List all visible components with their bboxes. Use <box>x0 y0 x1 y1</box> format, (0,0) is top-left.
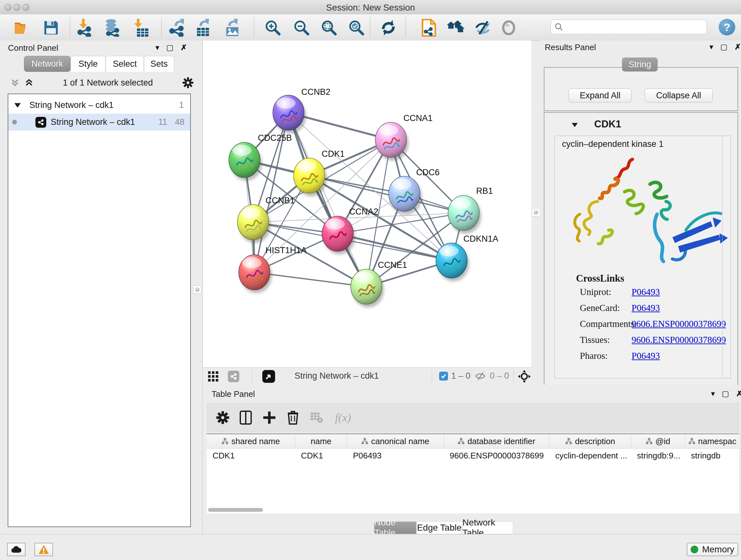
delete-column-trash-icon[interactable] <box>284 409 301 426</box>
cloud-status-button[interactable] <box>7 543 25 556</box>
results-panel-title: Results Panel <box>545 43 596 52</box>
crosslink-label: Uniprot: <box>580 287 631 297</box>
grid-view-icon[interactable] <box>208 371 218 381</box>
network-node-label: CDK1 <box>322 149 345 159</box>
float-panel-icon[interactable]: ▢ <box>722 390 729 397</box>
table-cell[interactable]: CDK1 <box>295 451 347 461</box>
export-image-icon[interactable] <box>223 19 241 37</box>
table-cell[interactable]: stringdb <box>685 451 739 461</box>
show-columns-icon[interactable] <box>237 409 254 426</box>
export-network-icon[interactable] <box>169 19 186 37</box>
create-column-icon[interactable] <box>261 409 278 426</box>
network-tree-header: 1 of 1 Network selected <box>0 73 202 92</box>
column-header[interactable]: name <box>295 434 347 448</box>
collapse-all-networks-icon[interactable] <box>25 78 33 87</box>
float-panel-icon[interactable]: ▢ <box>166 44 174 51</box>
panel-menu-icon[interactable]: ▾ <box>710 43 713 51</box>
crosslink-value-link[interactable]: P06493 <box>631 287 660 297</box>
help-button[interactable]: ? <box>719 19 735 36</box>
network-overview-icon[interactable] <box>228 371 239 382</box>
results-tab-string[interactable]: String <box>622 57 658 71</box>
panel-menu-icon[interactable]: ▾ <box>155 44 159 51</box>
memory-button[interactable]: Memory <box>687 543 738 556</box>
network-edge[interactable] <box>288 113 366 287</box>
tab-network-table[interactable]: Network Table <box>462 521 513 534</box>
collection-expander-icon[interactable] <box>14 103 21 108</box>
search-input[interactable] <box>563 22 703 32</box>
node-table[interactable]: shared namenamecanonical namedatabase id… <box>207 434 739 513</box>
toolbar-separator <box>405 17 406 37</box>
column-header-label: @id <box>656 436 670 446</box>
import-table-icon[interactable] <box>132 19 150 37</box>
close-panel-icon[interactable]: ✗ <box>736 390 741 397</box>
panel-menu-icon[interactable]: ▾ <box>711 390 715 397</box>
tab-edge-table[interactable]: Edge Table <box>416 521 462 534</box>
column-header[interactable]: @id <box>631 434 685 448</box>
table-horizontal-scrollbar[interactable] <box>207 508 738 512</box>
hidden-eye-slash-icon[interactable] <box>475 371 486 381</box>
tab-select[interactable]: Select <box>106 56 144 72</box>
expand-all-networks-icon[interactable] <box>11 78 19 87</box>
network-canvas[interactable]: CCNB2CCNA1CDC25BCDK1CDC6RB1CCNB1CCNA2CDK… <box>203 41 531 367</box>
table-cell[interactable]: P06493 <box>347 451 444 461</box>
float-panel-icon[interactable]: ▢ <box>720 43 728 51</box>
column-header[interactable]: database identifier <box>444 434 549 448</box>
save-session-icon[interactable] <box>42 19 60 37</box>
zoom-in-icon[interactable] <box>264 19 282 37</box>
search-box[interactable] <box>550 19 707 34</box>
table-row[interactable]: CDK1CDK1P064939606.ENSP00000378699cyclin… <box>207 449 739 462</box>
toolbar-separator <box>252 369 252 383</box>
network-collection-row[interactable]: String Network – cdk1 1 <box>8 97 190 114</box>
tab-network[interactable]: Network <box>24 56 71 72</box>
column-header[interactable]: canonical name <box>347 434 444 448</box>
table-options-gear-icon[interactable] <box>214 409 231 426</box>
birds-eye-view-icon[interactable] <box>262 370 275 383</box>
close-panel-icon[interactable]: ✗ <box>735 43 741 51</box>
refresh-icon[interactable] <box>380 19 397 37</box>
window-title: Session: New Session <box>0 3 741 13</box>
column-header[interactable]: shared name <box>207 434 295 448</box>
home-networks-icon[interactable] <box>447 19 465 37</box>
results-panel-window-controls: ▾ ▢ ✗ <box>710 43 741 51</box>
show-hide-graphics-icon[interactable] <box>475 19 493 37</box>
node-gloss <box>392 179 411 190</box>
network-options-gear-icon[interactable] <box>183 77 193 88</box>
crosslink-value-link[interactable]: P06493 <box>631 303 660 313</box>
collapse-all-button[interactable]: Collapse All <box>645 88 713 103</box>
network-row[interactable]: String Network – cdk1 11 48 <box>8 114 190 131</box>
entry-collapse-icon[interactable] <box>571 122 578 128</box>
zoom-selected-icon[interactable] <box>347 19 365 37</box>
table-cell[interactable]: CDK1 <box>207 451 295 461</box>
crosslink-value-link[interactable]: P06493 <box>631 351 660 361</box>
tab-node-table[interactable]: Node Table <box>374 521 416 534</box>
scrollbar-thumb[interactable] <box>208 508 263 512</box>
expand-all-button[interactable]: Expand All <box>569 88 631 103</box>
left-splitter-handle[interactable] <box>193 286 201 294</box>
warning-status-button[interactable] <box>35 543 53 556</box>
table-cell[interactable]: 9606.ENSP00000378699 <box>444 451 549 461</box>
eye-icon[interactable] <box>500 19 518 37</box>
network-document-icon[interactable] <box>420 19 438 37</box>
import-network-from-database-icon[interactable] <box>104 19 121 37</box>
toolbar-separator <box>370 17 370 37</box>
zoom-out-icon[interactable] <box>293 19 311 37</box>
close-panel-icon[interactable]: ✗ <box>181 44 187 51</box>
pan-crosshair-icon[interactable] <box>518 370 531 383</box>
column-header[interactable]: description <box>549 434 631 448</box>
export-table-icon[interactable] <box>194 19 212 37</box>
tab-style[interactable]: Style <box>71 56 106 72</box>
table-cell[interactable]: cyclin-dependent ... <box>549 451 631 461</box>
table-cell[interactable]: stringdb:9... <box>631 451 685 461</box>
import-network-file-icon[interactable] <box>77 19 94 37</box>
tab-sets[interactable]: Sets <box>144 56 174 72</box>
selected-checkbox-icon[interactable] <box>439 372 448 381</box>
crosslink-value-link[interactable]: 9606.ENSP00000378699 <box>631 319 726 329</box>
crosslink-value-link[interactable]: 9606.ENSP00000378699 <box>631 334 726 345</box>
network-edge[interactable] <box>309 176 464 213</box>
column-header[interactable]: namespac <box>685 434 739 448</box>
node-gloss <box>276 98 295 109</box>
results-scrollbar-track[interactable] <box>722 136 723 378</box>
right-splitter-handle[interactable] <box>532 208 540 216</box>
open-session-icon[interactable] <box>13 19 31 37</box>
zoom-fit-icon[interactable] <box>320 19 338 37</box>
